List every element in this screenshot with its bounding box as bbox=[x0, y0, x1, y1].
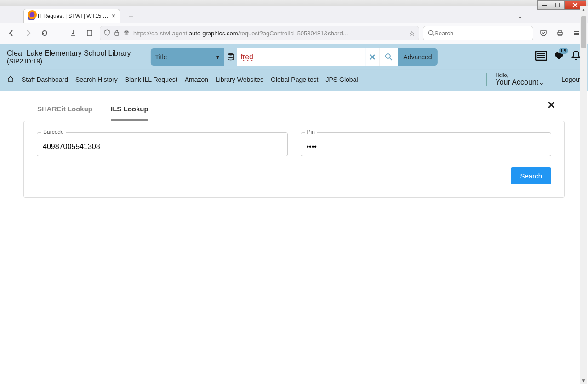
svg-rect-0 bbox=[542, 5, 547, 6]
browser-toolbar: https://qa-stwi-agent.auto-graphics.com/… bbox=[0, 23, 588, 44]
extension-button[interactable] bbox=[67, 27, 80, 40]
svg-line-21 bbox=[389, 58, 392, 60]
search-icon bbox=[428, 30, 434, 36]
arrow-right-icon bbox=[24, 29, 32, 37]
browser-search-input[interactable] bbox=[434, 30, 528, 37]
nav-staff-dashboard[interactable]: Staff Dashboard bbox=[22, 76, 68, 83]
svg-rect-7 bbox=[115, 32, 119, 35]
catalog-search-input[interactable] bbox=[240, 53, 362, 61]
svg-point-9 bbox=[127, 30, 129, 32]
pocket-button[interactable] bbox=[537, 27, 550, 40]
url-text: https://qa-stwi-agent.auto-graphics.com/… bbox=[133, 30, 405, 37]
window-maximize-button[interactable] bbox=[551, 0, 565, 10]
svg-rect-1 bbox=[555, 3, 560, 7]
svg-line-13 bbox=[433, 34, 434, 36]
barcode-input[interactable] bbox=[37, 132, 288, 156]
lock-icon bbox=[114, 29, 120, 37]
svg-point-5 bbox=[30, 12, 35, 17]
catalog-search-group: Title ▾ Advanced bbox=[150, 48, 437, 66]
search-index-label: Title bbox=[155, 53, 167, 61]
scroll-up-icon[interactable]: ▲ bbox=[580, 6, 587, 13]
tab-shareit-lookup[interactable]: SHAREit Lookup bbox=[37, 100, 92, 121]
reload-icon bbox=[41, 29, 48, 37]
tabs-dropdown-icon[interactable]: ⌄ bbox=[518, 12, 523, 20]
barcode-field-wrap: Barcode bbox=[37, 132, 288, 156]
database-button[interactable] bbox=[224, 48, 237, 66]
window-minimize-button[interactable] bbox=[537, 0, 551, 10]
tab-ils-lookup[interactable]: ILS Lookup bbox=[111, 100, 148, 121]
list-icon[interactable] bbox=[535, 51, 547, 63]
chevron-down-icon: ⌄ bbox=[538, 78, 544, 86]
minimize-icon bbox=[542, 3, 547, 7]
forward-button[interactable] bbox=[22, 27, 34, 40]
nav-jps-global[interactable]: JPS Global bbox=[326, 76, 358, 83]
library-name: Clear Lake Elementary School Library (SI… bbox=[7, 49, 131, 65]
nav-amazon[interactable]: Amazon bbox=[185, 76, 208, 83]
clipboard-icon bbox=[86, 29, 93, 37]
clear-search-button[interactable] bbox=[365, 48, 379, 66]
browser-search-bar[interactable] bbox=[423, 26, 533, 40]
svg-rect-16 bbox=[559, 34, 561, 36]
dialog-close-button[interactable]: ✕ bbox=[547, 99, 555, 111]
print-icon bbox=[556, 29, 564, 37]
new-tab-button[interactable]: + bbox=[125, 10, 137, 23]
run-search-button[interactable] bbox=[379, 48, 398, 66]
bookmark-star-button[interactable]: ☆ bbox=[409, 29, 415, 38]
page-content: Clear Lake Elementary School Library (SI… bbox=[0, 44, 588, 385]
database-icon bbox=[227, 53, 234, 61]
permissions-icon bbox=[123, 29, 130, 37]
home-icon bbox=[7, 75, 14, 83]
barcode-label: Barcode bbox=[41, 129, 66, 135]
scrollbar[interactable]: ▲ ▼ bbox=[580, 6, 587, 384]
lookup-form: Barcode Pin Search bbox=[23, 121, 565, 198]
dialog-tabs: SHAREit Lookup ILS Lookup bbox=[23, 100, 565, 121]
pocket-icon bbox=[540, 29, 547, 37]
tab-title: Ill Request | STWI | WT15 | Auto… bbox=[38, 13, 108, 19]
nav-search-history[interactable]: Search History bbox=[75, 76, 118, 83]
hamburger-icon bbox=[573, 29, 580, 37]
search-button[interactable]: Search bbox=[511, 167, 551, 184]
svg-point-17 bbox=[228, 53, 233, 56]
svg-rect-15 bbox=[559, 30, 561, 32]
arrow-left-icon bbox=[8, 29, 15, 37]
pin-label: Pin bbox=[305, 129, 317, 135]
nav-divider bbox=[486, 73, 487, 86]
nav-home-button[interactable] bbox=[7, 75, 14, 84]
favorites-icon[interactable]: F9 bbox=[554, 51, 565, 63]
catalog-search-input-wrap bbox=[237, 48, 365, 66]
tab-close-button[interactable]: ✕ bbox=[111, 13, 116, 19]
scroll-down-icon[interactable]: ▼ bbox=[580, 377, 587, 384]
close-icon bbox=[572, 2, 578, 8]
tab-strip: Ill Request | STWI | WT15 | Auto… ✕ + ⌄ bbox=[0, 6, 588, 23]
download-icon bbox=[69, 29, 77, 37]
svg-point-11 bbox=[127, 33, 129, 34]
app-nav: Staff Dashboard Search History Blank ILL… bbox=[0, 70, 588, 91]
nav-library-websites[interactable]: Library Websites bbox=[216, 76, 263, 83]
search-index-dropdown[interactable]: Title ▾ bbox=[150, 48, 224, 66]
nav-global-page-test[interactable]: Global Page test bbox=[271, 76, 319, 83]
nav-blank-ill-request[interactable]: Blank ILL Request bbox=[125, 76, 177, 83]
maximize-icon bbox=[555, 3, 560, 7]
shield-icon bbox=[104, 29, 110, 37]
search-icon bbox=[384, 53, 393, 61]
clipboard-button[interactable] bbox=[83, 27, 96, 40]
nav-divider bbox=[553, 73, 553, 86]
app-header: Clear Lake Elementary School Library (SI… bbox=[0, 44, 588, 91]
logout-button[interactable]: Logout bbox=[561, 76, 581, 83]
back-button[interactable] bbox=[5, 27, 18, 40]
account-menu[interactable]: Hello, Your Account⌄ bbox=[495, 73, 544, 86]
reload-button[interactable] bbox=[38, 27, 51, 40]
scroll-thumb[interactable] bbox=[581, 16, 586, 48]
svg-point-10 bbox=[125, 33, 126, 34]
svg-point-20 bbox=[385, 54, 390, 58]
chevron-down-icon: ▾ bbox=[216, 53, 219, 61]
browser-tab[interactable]: Ill Request | STWI | WT15 | Auto… ✕ bbox=[23, 9, 120, 23]
url-bar[interactable]: https://qa-stwi-agent.auto-graphics.com/… bbox=[100, 26, 419, 40]
pin-field-wrap: Pin bbox=[301, 132, 552, 156]
pin-input[interactable] bbox=[301, 132, 552, 156]
print-button[interactable] bbox=[554, 27, 566, 40]
svg-point-12 bbox=[429, 31, 433, 35]
advanced-search-button[interactable]: Advanced bbox=[398, 48, 437, 66]
svg-point-8 bbox=[125, 30, 126, 32]
window-titlebar bbox=[0, 0, 588, 6]
